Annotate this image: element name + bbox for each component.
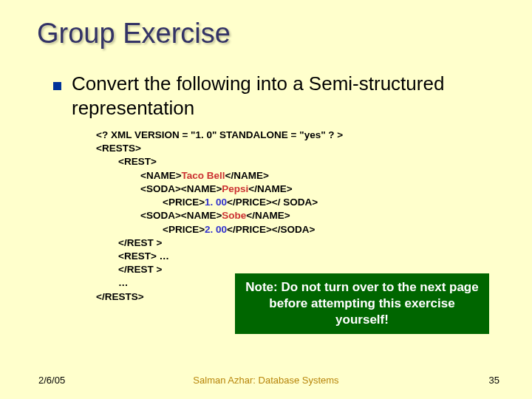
code-tag: <PRICE>: [96, 224, 205, 235]
code-value: Sobe: [222, 210, 246, 221]
code-line: </REST >: [96, 237, 162, 248]
slide: Group Exercise Convert the following int…: [0, 0, 532, 399]
slide-title: Group Exercise: [37, 18, 495, 50]
body-text: Convert the following into a Semi-struct…: [72, 72, 495, 120]
code-tag: </PRICE></ SODA>: [227, 197, 318, 208]
code-value: 2. 00: [205, 224, 227, 235]
bullet-row: Convert the following into a Semi-struct…: [53, 72, 495, 120]
code-tag: <NAME>: [96, 170, 182, 181]
code-value: Taco Bell: [182, 170, 225, 181]
square-bullet-icon: [53, 82, 61, 90]
code-value: 1. 00: [205, 197, 227, 208]
code-tag: </PRICE></SODA>: [227, 224, 315, 235]
code-tag: <SODA><NAME>: [96, 210, 222, 221]
code-tag: </NAME>: [225, 170, 269, 181]
code-line: </RESTS>: [96, 291, 144, 302]
note-text: Note: Do not turn over to the next page …: [242, 279, 482, 328]
code-tag: <PRICE>: [96, 197, 205, 208]
footer-author: Salman Azhar: Database Systems: [0, 375, 532, 386]
code-line: <REST>: [96, 156, 157, 167]
code-line: …: [96, 277, 129, 288]
code-tag: </NAME>: [248, 183, 292, 194]
slide-footer: 2/6/05 Salman Azhar: Database Systems 35: [0, 375, 532, 386]
code-value: Pepsi: [222, 183, 248, 194]
code-line: <REST> …: [96, 250, 169, 262]
code-line: </REST >: [96, 264, 162, 275]
code-tag: <SODA><NAME>: [96, 183, 222, 194]
note-callout: Note: Do not turn over to the next page …: [235, 273, 489, 334]
code-line: <RESTS>: [96, 143, 141, 154]
code-tag: </NAME>: [246, 210, 290, 221]
code-line: <? XML VERSION = "1. 0" STANDALONE = "ye…: [96, 129, 343, 140]
